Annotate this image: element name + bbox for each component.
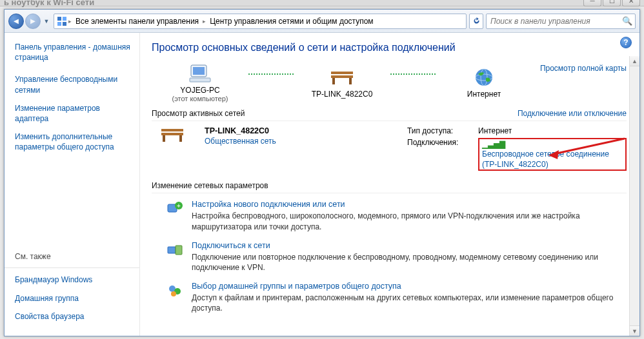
task-desc: Подключение или повторное подключение к … <box>192 252 627 273</box>
sidebar-link-wireless[interactable]: Управление беспроводными сетями <box>15 74 132 95</box>
main-content: ? Просмотр основных сведений о сети и на… <box>140 33 639 336</box>
bench-icon <box>152 126 193 171</box>
vertical-scrollbar[interactable]: ▲ ▼ <box>629 56 639 336</box>
sidebar-link-adapter-settings[interactable]: Изменение параметров адаптера <box>15 103 132 124</box>
active-network-block: TP-LINK_4822C0 Общественная сеть Тип дос… <box>152 126 627 171</box>
svg-rect-9 <box>332 78 335 84</box>
homegroup-icon <box>166 282 184 300</box>
connect-network-icon <box>166 241 184 259</box>
highlighted-connection: ▁▃▅▇Беспроводное сетевое соединение(TP-L… <box>478 138 627 171</box>
svg-rect-7 <box>331 72 353 74</box>
svg-rect-3 <box>63 22 66 26</box>
svg-point-27 <box>171 291 176 296</box>
task-desc: Доступ к файлам и принтерам, расположенн… <box>192 293 627 313</box>
sidebar-ref-homegroup[interactable]: Домашняя группа <box>15 293 132 304</box>
access-type-label: Тип доступа: <box>407 126 478 135</box>
refresh-button[interactable] <box>469 14 483 29</box>
svg-rect-1 <box>63 17 66 21</box>
svg-rect-0 <box>57 17 61 21</box>
computer-icon <box>188 63 212 84</box>
task-homegroup[interactable]: Выбор домашней группы и параметров общег… <box>152 282 627 313</box>
chevron-right-icon: ▸ <box>203 18 206 24</box>
wireless-connection-link[interactable]: Беспроводное сетевое соединение(TP-LINK_… <box>482 149 609 170</box>
task-desc: Настройка беспроводного, широкополосного… <box>192 211 627 231</box>
map-node-label: TP-LINK_4822C0 <box>312 90 373 99</box>
connect-disconnect-link[interactable]: Подключение или отключение <box>518 109 627 118</box>
task-title[interactable]: Подключиться к сети <box>192 241 627 250</box>
map-node-internet[interactable]: Интернет <box>436 66 532 99</box>
task-title[interactable]: Настройка нового подключения или сети <box>192 200 627 209</box>
sidebar-ref-firewall[interactable]: Брандмауэр Windows <box>15 275 132 285</box>
scroll-up-button[interactable]: ▲ <box>630 56 639 66</box>
svg-rect-10 <box>349 78 352 84</box>
svg-rect-5 <box>193 67 205 75</box>
active-networks-label: Просмотр активных сетей <box>152 109 245 118</box>
search-icon: 🔍 <box>622 16 632 26</box>
bench-icon <box>328 66 356 88</box>
address-bar: ◄ ► ▼ ▸ Все элементы панели управления ▸… <box>5 10 639 33</box>
svg-rect-2 <box>57 22 61 26</box>
page-title: Просмотр основных сведений о сети и наст… <box>152 42 627 53</box>
search-input[interactable] <box>489 16 622 26</box>
svg-rect-16 <box>163 135 165 142</box>
see-also-label: См. также <box>15 252 132 261</box>
task-title[interactable]: Выбор домашней группы и параметров общег… <box>192 282 627 291</box>
network-name: TP-LINK_4822C0 <box>205 126 276 135</box>
back-button[interactable]: ◄ <box>8 14 24 29</box>
svg-rect-23 <box>168 247 176 253</box>
svg-rect-24 <box>176 246 182 255</box>
change-settings-label: Изменение сетевых параметров <box>152 181 627 190</box>
svg-rect-14 <box>161 129 183 131</box>
help-icon[interactable]: ? <box>620 37 632 48</box>
svg-rect-15 <box>161 133 183 135</box>
nav-history-dropdown[interactable]: ▼ <box>42 14 51 29</box>
network-type-link[interactable]: Общественная сеть <box>205 137 276 146</box>
access-type-value: Интернет <box>478 126 627 135</box>
control-panel-window: ◄ ► ▼ ▸ Все элементы панели управления ▸… <box>4 9 640 336</box>
svg-point-11 <box>476 69 492 86</box>
chevron-right-icon: ▸ <box>68 18 72 24</box>
sidebar: Панель управления - домашняя страница Уп… <box>5 33 140 336</box>
close-icon: ✕ <box>622 0 640 6</box>
forward-button[interactable]: ► <box>25 14 41 29</box>
task-new-connection[interactable]: + Настройка нового подключения или сети … <box>152 200 627 231</box>
view-full-map-link[interactable]: Просмотр полной карты <box>540 64 627 73</box>
task-connect-network[interactable]: Подключиться к сети Подключение или повт… <box>152 241 627 273</box>
globe-icon <box>474 66 494 88</box>
sidebar-ref-browser[interactable]: Свойства браузера <box>15 311 132 322</box>
map-node-router[interactable]: TP-LINK_4822C0 <box>294 66 390 99</box>
window-controls-background: ─ ☐ ✕ <box>583 0 640 6</box>
svg-rect-8 <box>331 75 353 78</box>
sidebar-link-sharing-settings[interactable]: Изменить дополнительные параметры общего… <box>15 131 132 152</box>
svg-rect-17 <box>179 135 182 142</box>
maximize-icon: ☐ <box>603 0 621 6</box>
new-connection-icon: + <box>166 200 184 218</box>
scroll-down-button[interactable]: ▼ <box>630 325 639 336</box>
minimize-icon: ─ <box>583 0 601 6</box>
background-window-title: ь ноутбук к Wi-Fi сети <box>4 0 94 7</box>
map-node-label: Интернет <box>467 90 501 99</box>
network-center-icon <box>57 16 67 26</box>
breadcrumb[interactable]: ▸ Все элементы панели управления ▸ Центр… <box>54 14 467 29</box>
signal-icon: ▁▃▅▇ <box>482 140 505 149</box>
sidebar-home-link[interactable]: Панель управления - домашняя страница <box>15 42 132 63</box>
breadcrumb-segment[interactable]: Центр управления сетями и общим доступом <box>207 17 376 26</box>
map-node-label: YOJEG-PC <box>180 86 219 95</box>
svg-text:+: + <box>177 202 181 209</box>
connections-label: Подключения: <box>407 138 478 171</box>
network-map: YOJEG-PC (этот компьютер) TP-LINK_4822C0… <box>152 63 627 102</box>
breadcrumb-segment[interactable]: Все элементы панели управления <box>73 17 201 26</box>
svg-rect-6 <box>190 78 210 82</box>
map-node-this-pc[interactable]: YOJEG-PC (этот компьютер) <box>152 63 248 102</box>
search-box[interactable]: 🔍 <box>486 14 636 29</box>
map-node-sublabel: (этот компьютер) <box>172 95 228 102</box>
